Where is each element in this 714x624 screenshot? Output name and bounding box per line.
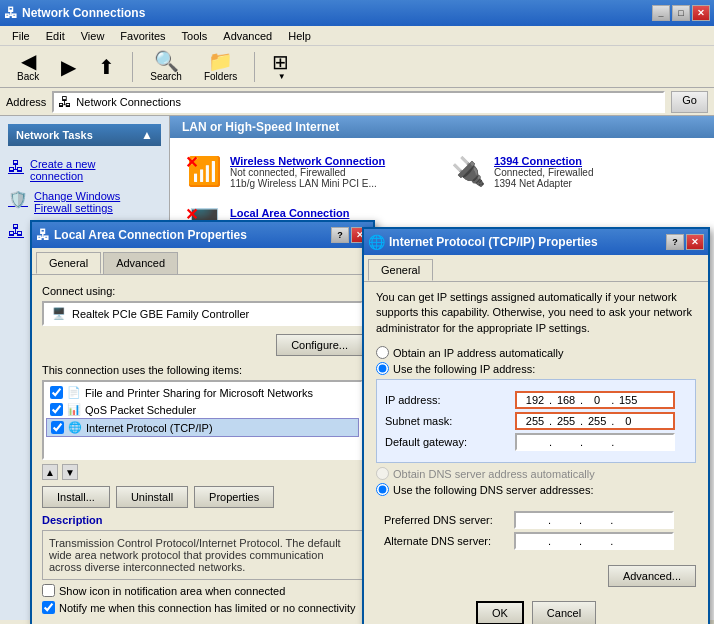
items-listbox[interactable]: 📄 File and Printer Sharing for Microsoft… bbox=[42, 380, 363, 460]
auto-ip-radio[interactable] bbox=[376, 346, 389, 359]
subnet-seg-2[interactable] bbox=[552, 415, 580, 427]
lan-tab-bar: General Advanced bbox=[32, 248, 373, 274]
menu-help[interactable]: Help bbox=[280, 28, 319, 44]
tcpip-tab-general[interactable]: General bbox=[368, 259, 433, 281]
menu-advanced[interactable]: Advanced bbox=[215, 28, 280, 44]
menu-edit[interactable]: Edit bbox=[38, 28, 73, 44]
scroll-up[interactable]: ▲ bbox=[42, 464, 58, 480]
gw-seg-2[interactable] bbox=[552, 436, 580, 448]
section-header: LAN or High-Speed Internet bbox=[170, 116, 714, 138]
network-tasks-label: Network Tasks bbox=[16, 129, 93, 141]
close-button[interactable]: ✕ bbox=[692, 5, 710, 21]
adapter-box: 🖥️ Realtek PCIe GBE Family Controller bbox=[42, 301, 363, 326]
manual-ip-radio[interactable] bbox=[376, 362, 389, 375]
manual-dns-radio[interactable] bbox=[376, 483, 389, 496]
maximize-button[interactable]: □ bbox=[672, 5, 690, 21]
create-connection-icon: 🖧 bbox=[8, 158, 24, 176]
adns-seg-3[interactable] bbox=[582, 535, 610, 547]
tcpip-close-button[interactable]: ✕ bbox=[686, 234, 704, 250]
item-0-checkbox[interactable] bbox=[50, 386, 63, 399]
lan-tab-advanced[interactable]: Advanced bbox=[103, 252, 178, 274]
conn-1394[interactable]: 🔌 1394 Connection Connected, Firewalled1… bbox=[442, 146, 706, 198]
auto-dns-radio[interactable] bbox=[376, 467, 389, 480]
menu-tools[interactable]: Tools bbox=[174, 28, 216, 44]
tcpip-dialog: 🌐 Internet Protocol (TCP/IP) Properties … bbox=[362, 227, 710, 624]
address-network-icon: 🖧 bbox=[58, 94, 72, 110]
item-1-checkbox[interactable] bbox=[50, 403, 63, 416]
go-button[interactable]: Go bbox=[671, 91, 708, 113]
preferred-dns-input[interactable]: . . . bbox=[514, 511, 674, 529]
gateway-input[interactable]: . . . bbox=[515, 433, 675, 451]
task-create-connection[interactable]: 🖧 Create a newconnection bbox=[8, 154, 161, 186]
notify-checkbox[interactable] bbox=[42, 601, 55, 614]
ip-seg-4[interactable] bbox=[614, 394, 642, 406]
search-button[interactable]: 🔍 Search bbox=[141, 46, 191, 87]
wireless-name: Wireless Network Connection bbox=[230, 155, 385, 167]
folders-button[interactable]: 📁 Folders bbox=[195, 46, 246, 87]
scroll-down[interactable]: ▼ bbox=[62, 464, 78, 480]
listbox-item-1[interactable]: 📊 QoS Packet Scheduler bbox=[46, 401, 359, 418]
ip-seg-3[interactable] bbox=[583, 394, 611, 406]
adns-seg-2[interactable] bbox=[551, 535, 579, 547]
subnet-seg-1[interactable] bbox=[521, 415, 549, 427]
pdns-seg-2[interactable] bbox=[551, 514, 579, 526]
listbox-item-2[interactable]: 🌐 Internet Protocol (TCP/IP) bbox=[46, 418, 359, 437]
tcpip-title: Internet Protocol (TCP/IP) Properties bbox=[389, 235, 666, 249]
pdns-seg-3[interactable] bbox=[582, 514, 610, 526]
search-label: Search bbox=[150, 71, 182, 82]
up-button[interactable]: ⬆ bbox=[89, 52, 124, 82]
subnet-seg-4[interactable] bbox=[614, 415, 642, 427]
ip-address-input[interactable]: . . . bbox=[515, 391, 675, 409]
adns-seg-4[interactable] bbox=[613, 535, 641, 547]
task-firewall-label: Change WindowsFirewall settings bbox=[34, 190, 120, 214]
gw-seg-1[interactable] bbox=[521, 436, 549, 448]
lan-help-button[interactable]: ? bbox=[331, 227, 349, 243]
address-input[interactable]: 🖧 Network Connections bbox=[52, 91, 665, 113]
adns-seg-1[interactable] bbox=[520, 535, 548, 547]
manual-ip-label: Use the following IP address: bbox=[393, 363, 535, 375]
lan-tab-general[interactable]: General bbox=[36, 252, 101, 274]
toolbar-separator-1 bbox=[132, 52, 133, 82]
back-icon: ◀ bbox=[21, 51, 36, 71]
wireless-connection[interactable]: 📶 ✕ Wireless Network Connection Not conn… bbox=[178, 146, 442, 198]
minimize-button[interactable]: _ bbox=[652, 5, 670, 21]
item-0-icon: 📄 bbox=[67, 386, 81, 399]
folders-label: Folders bbox=[204, 71, 237, 82]
back-label: Back bbox=[17, 71, 39, 82]
subnet-input[interactable]: . . . bbox=[515, 412, 675, 430]
install-button[interactable]: Install... bbox=[42, 486, 110, 508]
forward-icon: ▶ bbox=[61, 57, 76, 77]
alternate-dns-input[interactable]: . . . bbox=[514, 532, 674, 550]
advanced-button[interactable]: Advanced... bbox=[608, 565, 696, 587]
subnet-seg-3[interactable] bbox=[583, 415, 611, 427]
back-button[interactable]: ◀ Back bbox=[8, 46, 48, 87]
tcpip-ok-button[interactable]: OK bbox=[476, 601, 524, 624]
item-2-label: Internet Protocol (TCP/IP) bbox=[86, 422, 213, 434]
listbox-item-0[interactable]: 📄 File and Printer Sharing for Microsoft… bbox=[46, 384, 359, 401]
menu-favorites[interactable]: Favorites bbox=[112, 28, 173, 44]
show-icon-checkbox[interactable] bbox=[42, 584, 55, 597]
folders-icon: 📁 bbox=[208, 51, 233, 71]
uninstall-button[interactable]: Uninstall bbox=[116, 486, 188, 508]
gw-seg-3[interactable] bbox=[583, 436, 611, 448]
tcpip-help-button[interactable]: ? bbox=[666, 234, 684, 250]
item-2-checkbox[interactable] bbox=[51, 421, 64, 434]
conn-1394-info: 1394 Connection Connected, Firewalled139… bbox=[494, 155, 594, 189]
views-button[interactable]: ⊞ ▼ bbox=[263, 47, 298, 86]
tcpip-icon: 🌐 bbox=[368, 234, 385, 250]
menu-view[interactable]: View bbox=[73, 28, 113, 44]
pdns-seg-4[interactable] bbox=[613, 514, 641, 526]
configure-button[interactable]: Configure... bbox=[276, 334, 363, 356]
ip-seg-1[interactable] bbox=[521, 394, 549, 406]
gw-seg-4[interactable] bbox=[614, 436, 642, 448]
forward-button[interactable]: ▶ bbox=[52, 52, 85, 82]
task-firewall-settings[interactable]: 🛡️ Change WindowsFirewall settings bbox=[8, 186, 161, 218]
ip-seg-2[interactable] bbox=[552, 394, 580, 406]
collapse-button[interactable]: ▲ bbox=[141, 128, 153, 142]
properties-button[interactable]: Properties bbox=[194, 486, 274, 508]
wireless-status: Not connected, Firewalled11b/g Wireless … bbox=[230, 167, 385, 189]
menu-file[interactable]: File bbox=[4, 28, 38, 44]
tcpip-cancel-button[interactable]: Cancel bbox=[532, 601, 596, 624]
pdns-seg-1[interactable] bbox=[520, 514, 548, 526]
auto-ip-row: Obtain an IP address automatically bbox=[376, 346, 696, 359]
